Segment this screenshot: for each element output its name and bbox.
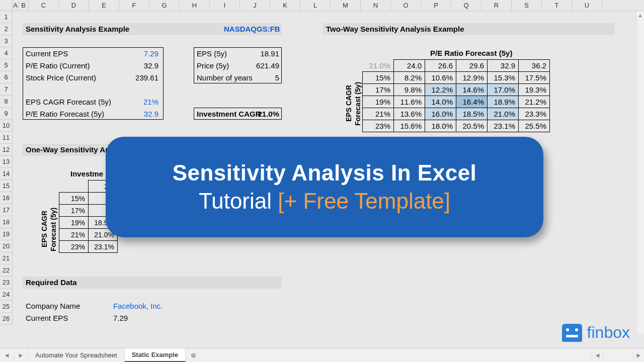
finbox-logo-text: finbox <box>587 323 630 342</box>
column-header-A[interactable]: A <box>13 0 19 11</box>
section-title: Sensitivity Analysis Example <box>26 25 129 33</box>
computed-label: EPS (5y) <box>197 49 227 58</box>
oneway-vlabel-1: EPS CAGR <box>40 211 48 247</box>
row-header-20[interactable]: 20 <box>0 240 13 252</box>
column-headers: ABCDEFGHIJKLMNOPQRSTU <box>0 0 644 11</box>
investment-cagr-box <box>194 108 282 120</box>
vertical-scrollbar[interactable]: ▲ <box>636 11 644 334</box>
row-header-15[interactable]: 15 <box>0 180 13 192</box>
row-header-1[interactable]: 1 <box>0 11 13 23</box>
hscroll-track[interactable] <box>603 348 633 362</box>
row-header-10[interactable]: 10 <box>0 120 13 132</box>
column-header-C[interactable]: C <box>29 0 59 11</box>
twoway-title: Two-Way Sensitivity Analysis Example <box>326 25 464 33</box>
computed-value: 5 <box>249 73 279 82</box>
computed-label: Price (5y) <box>197 61 229 70</box>
column-header-J[interactable]: J <box>240 0 270 11</box>
column-header-H[interactable]: H <box>180 0 210 11</box>
column-header-F[interactable]: F <box>119 0 149 11</box>
row-header-25[interactable]: 25 <box>0 301 13 313</box>
oneway-vlabel-2: Forecast (5y) <box>49 208 57 251</box>
column-header-M[interactable]: M <box>331 0 361 11</box>
column-header-G[interactable]: G <box>149 0 180 11</box>
row-header-6[interactable]: 6 <box>0 71 13 83</box>
column-header-U[interactable]: U <box>572 0 602 11</box>
input-value[interactable]: 32.9 <box>123 61 158 70</box>
hscroll-left-icon[interactable]: ◄ <box>592 348 603 362</box>
computed-label: Number of years <box>197 73 253 82</box>
column-header-S[interactable]: S <box>512 0 542 11</box>
input-label: P/E Ratio Forecast (5y) <box>26 110 104 118</box>
column-header-B[interactable]: B <box>19 0 29 11</box>
oneway-title: One-Way Sensitivity Anal <box>26 145 116 154</box>
computed-value: 621.49 <box>249 61 279 70</box>
row-header-12[interactable]: 12 <box>0 144 13 156</box>
row-header-9[interactable]: 9 <box>0 108 13 120</box>
input-label: Stock Price (Current) <box>26 73 96 82</box>
input-value[interactable]: 7.29 <box>123 49 158 58</box>
column-header-T[interactable]: T <box>542 0 572 11</box>
row-header-8[interactable]: 8 <box>0 96 13 108</box>
column-header-N[interactable]: N <box>361 0 391 11</box>
input-value[interactable]: 21% <box>123 98 158 106</box>
banner-line-1: Sensitivity Analysis In Excel <box>173 160 477 186</box>
required-label: Company Name <box>26 302 80 310</box>
hscroll-right-icon[interactable]: ► <box>633 348 644 362</box>
twoway-top-header: P/E Ratio Forecast (5y) <box>430 49 512 57</box>
add-sheet-button[interactable]: ⊕ <box>186 348 201 362</box>
tab-nav-prev-icon[interactable]: ◄ <box>0 348 14 362</box>
sheet-tab-static-example[interactable]: Static Example <box>125 348 186 362</box>
column-header-L[interactable]: L <box>300 0 331 11</box>
row-headers: 1234567891011121314151617181920212223242… <box>0 11 13 348</box>
row-header-19[interactable]: 19 <box>0 228 13 240</box>
twoway-vlabel-2: Forecast (5y) <box>354 82 362 126</box>
oneway-column-header: Investme <box>70 169 103 178</box>
tab-nav-next-icon[interactable]: ► <box>14 348 28 362</box>
inputs-left-box <box>23 47 164 120</box>
column-header-R[interactable]: R <box>481 0 512 11</box>
row-header-22[interactable]: 22 <box>0 264 13 277</box>
select-all-corner[interactable] <box>0 0 13 11</box>
row-header-26[interactable]: 26 <box>0 313 13 325</box>
required-value: 7.29 <box>113 314 128 322</box>
column-header-D[interactable]: D <box>59 0 89 11</box>
title-overlay-banner: Sensitivity Analysis In Excel Tutorial [… <box>106 137 543 237</box>
row-header-2[interactable]: 2 <box>0 23 13 35</box>
required-title: Required Data <box>26 278 77 287</box>
row-header-24[interactable]: 24 <box>0 289 13 301</box>
row-header-18[interactable]: 18 <box>0 216 13 228</box>
input-value[interactable]: 32.9 <box>123 110 158 118</box>
column-header-O[interactable]: O <box>391 0 421 11</box>
sheet-tab-automate[interactable]: Automate Your Spreadsheet <box>28 348 125 362</box>
input-value[interactable]: 239.61 <box>123 73 158 82</box>
column-header-Q[interactable]: Q <box>451 0 481 11</box>
row-header-16[interactable]: 16 <box>0 192 13 204</box>
column-header-E[interactable]: E <box>89 0 119 11</box>
required-value: Facebook, Inc. <box>113 302 163 310</box>
column-header-P[interactable]: P <box>421 0 451 11</box>
column-header-I[interactable]: I <box>210 0 240 11</box>
row-header-3[interactable]: 3 <box>0 35 13 47</box>
sheet-tab-bar: ◄ ► Automate Your Spreadsheet Static Exa… <box>0 348 644 362</box>
banner-line-2: Tutorial [+ Free Template] <box>199 189 450 214</box>
required-label: Current EPS <box>26 314 68 322</box>
row-header-17[interactable]: 17 <box>0 204 13 216</box>
scroll-up-icon[interactable]: ▲ <box>636 11 644 20</box>
row-header-21[interactable]: 21 <box>0 252 13 264</box>
twoway-vlabel-1: EPS CAGR <box>345 85 353 122</box>
column-header-K[interactable]: K <box>270 0 300 11</box>
row-header-13[interactable]: 13 <box>0 156 13 168</box>
finbox-logo: finbox <box>562 323 630 342</box>
input-label: P/E Ratio (Current) <box>26 61 90 70</box>
row-header-4[interactable]: 4 <box>0 47 13 59</box>
row-header-23[interactable]: 23 <box>0 277 13 289</box>
input-label: EPS CAGR Forecast (5y) <box>26 98 111 106</box>
input-label: Current EPS <box>26 49 68 58</box>
row-header-5[interactable]: 5 <box>0 59 13 71</box>
row-header-7[interactable]: 7 <box>0 83 13 96</box>
finbox-robot-icon <box>562 324 582 342</box>
twoway-table: 21.0%24.026.629.632.936.215%8.2%10.6%12.… <box>362 59 550 132</box>
row-header-14[interactable]: 14 <box>0 168 13 180</box>
row-header-11[interactable]: 11 <box>0 132 13 144</box>
computed-value: 18.91 <box>249 49 279 58</box>
